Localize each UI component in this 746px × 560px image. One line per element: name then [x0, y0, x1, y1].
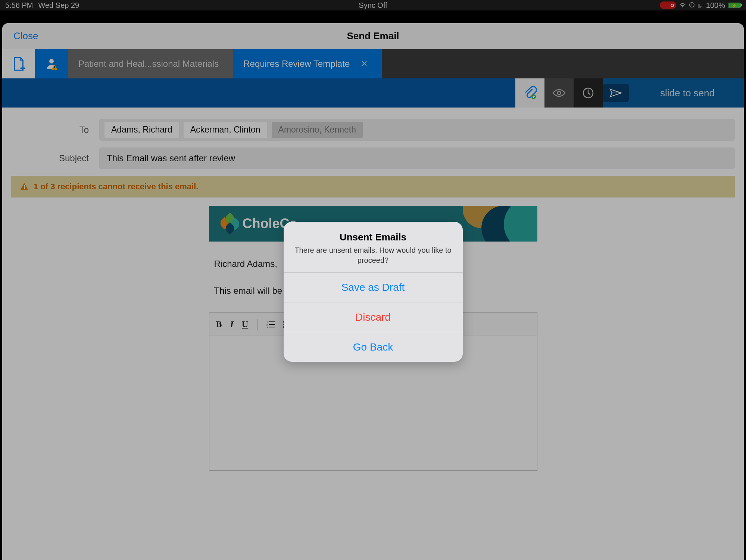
recipient-chip-invalid[interactable]: Amorosino, Kenneth	[272, 122, 363, 138]
bold-button[interactable]: B	[216, 319, 222, 329]
svg-rect-1	[692, 4, 692, 6]
recipient-warning-banner: 1 of 3 recipients cannot receive this em…	[11, 176, 735, 197]
go-back-button[interactable]: Go Back	[284, 332, 463, 362]
do-not-disturb-icon	[698, 1, 703, 10]
to-field[interactable]: Adams, Richard Ackerman, Clinton Amorosi…	[99, 119, 735, 141]
preview-button[interactable]	[544, 78, 574, 108]
slide-to-send[interactable]: slide to send	[603, 78, 744, 108]
underline-button[interactable]: U	[242, 319, 248, 329]
svg-rect-4	[54, 69, 55, 69]
svg-text:3: 3	[266, 326, 268, 328]
recipient-warning-button[interactable]	[35, 49, 68, 78]
tab-strip: Patient and Heal...ssional Materials Req…	[2, 49, 744, 78]
warning-icon	[20, 183, 28, 191]
ordered-list-button[interactable]: 123	[266, 321, 275, 328]
compose-fields: To Adams, Richard Ackerman, Clinton Amor…	[2, 108, 744, 169]
close-button[interactable]: Close	[2, 30, 49, 42]
tab-requires-review[interactable]: Requires Review Template ✕	[233, 49, 382, 78]
subject-value: This Email was sent after review	[104, 153, 235, 164]
svg-rect-15	[269, 327, 275, 327]
svg-point-6	[558, 91, 561, 95]
to-label: To	[2, 125, 99, 135]
save-as-draft-button[interactable]: Save as Draft	[284, 272, 463, 302]
unsent-emails-dialog: Unsent Emails There are unsent emails. H…	[284, 222, 463, 362]
action-bar: slide to send	[2, 78, 744, 108]
battery-icon: ⚡	[728, 3, 741, 8]
svg-rect-3	[54, 66, 55, 68]
page-title: Send Email	[347, 30, 399, 42]
wifi-icon	[679, 1, 686, 10]
tab-patient-materials[interactable]: Patient and Heal...ssional Materials	[68, 49, 233, 78]
recipient-chip[interactable]: Ackerman, Clinton	[184, 122, 267, 138]
subject-label: Subject	[2, 153, 99, 164]
dialog-message: There are unsent emails. How would you l…	[293, 245, 453, 265]
recording-indicator-icon	[660, 1, 676, 9]
status-date: Wed Sep 29	[38, 1, 79, 10]
status-time: 5:56 PM	[5, 1, 33, 10]
svg-rect-11	[269, 321, 275, 322]
svg-point-2	[49, 59, 54, 63]
ipad-status-bar: 5:56 PM Wed Sep 29 Sync Off 100% ⚡	[0, 0, 746, 10]
italic-button[interactable]: I	[230, 319, 234, 329]
close-icon[interactable]: ✕	[361, 59, 368, 69]
recipient-chip[interactable]: Adams, Richard	[104, 122, 179, 138]
svg-rect-8	[24, 185, 25, 188]
discard-button[interactable]: Discard	[284, 302, 463, 332]
svg-rect-13	[269, 324, 275, 325]
new-document-button[interactable]	[2, 49, 35, 78]
dialog-title: Unsent Emails	[293, 231, 453, 243]
attach-button[interactable]	[515, 78, 544, 108]
nav-bar: Close Send Email	[2, 23, 744, 49]
status-sync: Sync Off	[359, 1, 387, 10]
warning-text: 1 of 3 recipients cannot receive this em…	[34, 182, 198, 192]
svg-rect-9	[24, 188, 25, 189]
send-knob[interactable]	[603, 84, 629, 102]
tab-label: Requires Review Template	[243, 59, 350, 69]
svg-text:1: 1	[266, 321, 268, 324]
brand-logo-icon	[220, 214, 239, 233]
slide-label: slide to send	[638, 87, 737, 99]
schedule-button[interactable]	[574, 78, 603, 108]
svg-text:2: 2	[266, 324, 268, 326]
battery-percent: 100%	[706, 1, 725, 10]
rotation-lock-icon	[689, 1, 695, 10]
tab-label: Patient and Heal...ssional Materials	[78, 59, 219, 69]
subject-field[interactable]: This Email was sent after review	[99, 147, 735, 169]
